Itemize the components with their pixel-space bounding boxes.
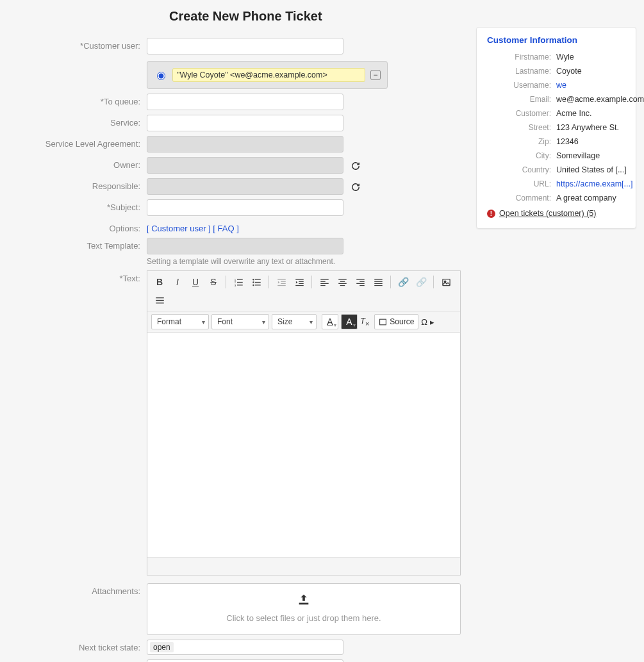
link-icon[interactable]: 🔗 [395, 274, 411, 290]
source-button[interactable]: Source [374, 314, 418, 329]
ci-country-value: United States of [...] [556, 165, 644, 174]
svg-rect-5 [237, 285, 243, 285]
ci-username-label: Username: [487, 81, 551, 90]
customer-user-input[interactable] [147, 38, 343, 54]
omega-icon[interactable]: Ω [421, 317, 427, 327]
hr-icon[interactable] [151, 292, 168, 308]
italic-icon[interactable]: I [169, 274, 186, 290]
subject-input[interactable] [147, 199, 343, 216]
svg-rect-31 [359, 285, 365, 285]
toolbar-more-icon[interactable]: ▸ [430, 317, 434, 327]
label-owner: Owner: [9, 157, 147, 170]
svg-rect-15 [277, 285, 286, 285]
svg-rect-13 [281, 281, 286, 281]
format-combo[interactable]: Format [151, 314, 209, 329]
owner-select [147, 157, 343, 174]
svg-rect-28 [356, 279, 365, 279]
text-template-hint: Setting a template will overwrite any te… [147, 257, 461, 266]
editor-toolbar-2: Format Font Size A A T× Source Ω ▸ [147, 311, 460, 333]
align-center-icon[interactable] [334, 274, 351, 290]
ci-country-label: Country: [487, 165, 551, 174]
outdent-icon[interactable] [273, 274, 290, 290]
priority-select[interactable]: 3 normal [147, 659, 343, 662]
service-select[interactable] [147, 115, 343, 131]
svg-rect-36 [442, 279, 449, 285]
ci-email-value: we@acme.example.com [556, 95, 644, 104]
font-combo[interactable]: Font [211, 314, 269, 329]
svg-rect-38 [156, 297, 164, 298]
svg-rect-3 [237, 281, 243, 282]
ci-url-label: URL: [487, 179, 551, 188]
ci-street-value: 123 Anywhere St. [556, 123, 644, 132]
ci-email-label: Email: [487, 95, 551, 104]
label-to-queue: *To queue: [9, 94, 147, 106]
label-customer-user: *Customer user: [9, 38, 147, 51]
ci-customer-label: Customer: [487, 109, 551, 118]
svg-rect-35 [374, 285, 383, 285]
indent-icon[interactable] [291, 274, 308, 290]
svg-text:3: 3 [234, 283, 236, 286]
open-tickets-link[interactable]: Open tickets (customer) (5) [499, 209, 596, 218]
svg-rect-14 [281, 283, 286, 283]
align-justify-icon[interactable] [370, 274, 386, 290]
ci-zip-value: 12346 [556, 137, 644, 146]
owner-refresh-icon[interactable] [350, 160, 361, 172]
svg-rect-12 [277, 279, 286, 279]
sla-select [147, 136, 343, 153]
editor-toolbar-1: B I U S 123 [147, 271, 460, 311]
ci-customer-value: Acme Inc. [556, 109, 644, 118]
bg-color-icon[interactable]: A [341, 314, 358, 329]
attachment-hint: Click to select files or just drop them … [154, 613, 454, 623]
ci-url-value[interactable]: https://acme.exam[...] [556, 179, 644, 188]
ci-street-label: Street: [487, 123, 551, 132]
ci-firstname-label: Firstname: [487, 53, 551, 62]
align-right-icon[interactable] [352, 274, 368, 290]
svg-point-6 [252, 278, 254, 280]
editor-footer [147, 557, 460, 575]
ci-city-label: City: [487, 151, 551, 160]
customer-radio[interactable] [157, 72, 165, 80]
label-attachments: Attachments: [9, 583, 147, 596]
next-state-select[interactable]: open [147, 640, 343, 655]
svg-rect-32 [374, 279, 383, 279]
remove-customer-button[interactable]: − [370, 70, 381, 80]
svg-rect-30 [356, 283, 365, 283]
unlink-icon[interactable]: 🔗 [413, 274, 429, 290]
svg-rect-29 [359, 281, 365, 281]
svg-rect-11 [255, 285, 261, 285]
svg-rect-16 [295, 279, 304, 279]
ci-zip-label: Zip: [487, 137, 551, 146]
underline-icon[interactable]: U [187, 274, 204, 290]
ci-username-value[interactable]: we [556, 81, 644, 90]
alert-icon: ! [487, 210, 495, 218]
responsible-refresh-icon[interactable] [350, 181, 361, 193]
editor-body[interactable] [147, 333, 460, 557]
text-color-icon[interactable]: A [322, 314, 338, 329]
to-queue-select[interactable] [147, 94, 343, 110]
svg-rect-26 [338, 283, 347, 283]
customer-info-panel: Customer Information Firstname:Wyle Last… [476, 27, 636, 229]
svg-rect-17 [299, 281, 304, 281]
size-combo[interactable]: Size [272, 314, 317, 329]
option-faq-link[interactable]: [ FAQ ] [213, 224, 238, 233]
align-left-icon[interactable] [316, 274, 333, 290]
svg-point-10 [252, 284, 254, 286]
svg-rect-22 [320, 283, 329, 283]
ordered-list-icon[interactable]: 123 [230, 274, 247, 290]
unordered-list-icon[interactable] [248, 274, 265, 290]
svg-rect-40 [156, 302, 164, 303]
label-next-state: Next ticket state: [9, 640, 147, 652]
remove-format-icon[interactable]: T× [360, 316, 369, 327]
selected-customer-box: "Wyle Coyote" <we@acme.example.com> − [147, 61, 388, 89]
ci-comment-value: A great company [556, 194, 644, 203]
svg-rect-23 [320, 285, 326, 285]
label-service: Service: [9, 115, 147, 128]
ci-lastname-label: Lastname: [487, 67, 551, 76]
customer-info-title: Customer Information [487, 35, 625, 45]
ci-city-value: Somevillage [556, 151, 644, 160]
attachment-dropzone[interactable]: Click to select files or just drop them … [147, 583, 461, 635]
option-customer-user-link[interactable]: [ Customer user ] [147, 224, 211, 233]
bold-icon[interactable]: B [151, 274, 168, 290]
strike-icon[interactable]: S [205, 274, 222, 290]
image-icon[interactable] [438, 274, 454, 290]
